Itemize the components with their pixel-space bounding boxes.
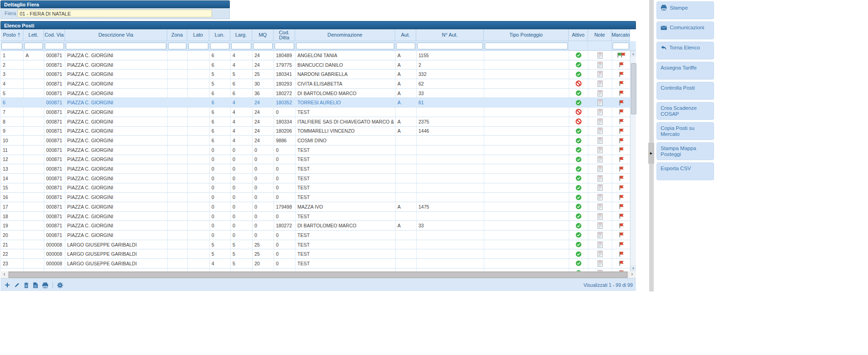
sidebar-button-torna-elenco[interactable]: Torna Elenco: [656, 42, 714, 59]
flag-icon[interactable]: [619, 100, 624, 106]
flag-icon[interactable]: [619, 156, 624, 162]
note-icon[interactable]: [598, 71, 603, 77]
sidebar-button-stampe[interactable]: Stampe: [656, 1, 714, 19]
table-row[interactable]: 9000871PIAZZA C. GIORGINI6424180206TOMMA…: [1, 127, 636, 136]
filter-input-denominazione[interactable]: [296, 43, 394, 49]
scroll-left-button[interactable]: ‹: [0, 271, 8, 278]
horizontal-scrollbar[interactable]: ‹ ›: [0, 271, 636, 278]
flag-icon[interactable]: [619, 251, 624, 257]
settings-icon[interactable]: [57, 282, 63, 288]
filter-input-lato[interactable]: [188, 43, 208, 49]
note-icon[interactable]: [598, 204, 603, 210]
flag-icon[interactable]: [620, 52, 626, 58]
note-icon[interactable]: [598, 175, 603, 182]
table-row[interactable]: 8000871PIAZZA C. GIORGINI6424180334ITALF…: [1, 117, 636, 127]
delete-icon[interactable]: [24, 282, 29, 288]
filter-input-posto[interactable]: [1, 43, 22, 49]
filter-input-descrizione-via[interactable]: [66, 43, 166, 49]
print-icon[interactable]: [42, 282, 48, 288]
column-header-posto[interactable]: Posto: [0, 29, 23, 41]
note-icon[interactable]: [598, 251, 603, 257]
table-row[interactable]: 6000871PIAZZA C. GIORGINI6424180352TORRE…: [1, 98, 636, 108]
note-icon[interactable]: [598, 118, 603, 125]
filter-input-lun[interactable]: [210, 43, 229, 49]
note-icon[interactable]: [598, 109, 603, 115]
column-header-denominazione[interactable]: Denominazione: [295, 29, 395, 41]
column-header-lett[interactable]: Lett.: [23, 29, 44, 41]
table-row[interactable]: 13000871PIAZZA C. GIORGINI0000TEST: [1, 164, 636, 174]
filter-input-aut[interactable]: [396, 43, 415, 49]
flag-icon[interactable]: [619, 260, 624, 266]
table-row[interactable]: 4000871PIAZZA C. GIORGINI5630180293CIVIT…: [1, 79, 636, 89]
sidebar-button-controlla-posti[interactable]: Controlla Posti: [656, 82, 714, 100]
note-icon[interactable]: [598, 90, 603, 97]
flag-icon[interactable]: [619, 138, 624, 144]
note-icon[interactable]: [598, 128, 603, 134]
sidebar-button-stampa-mappa-posteggi[interactable]: Stampa Mappa Posteggi: [656, 142, 714, 160]
vertical-scrollbar[interactable]: ▲ ▼: [630, 51, 636, 271]
flag-icon[interactable]: [619, 118, 624, 124]
flag-icon[interactable]: [619, 223, 624, 229]
flag-icon[interactable]: [619, 242, 624, 247]
note-icon[interactable]: [598, 194, 603, 200]
note-icon[interactable]: [598, 222, 603, 229]
table-row[interactable]: 14000871PIAZZA C. GIORGINI0000TEST: [1, 174, 636, 183]
sidebar-button-assegna-tariffe[interactable]: Assegna Tariffe: [656, 62, 714, 80]
add-icon[interactable]: [5, 282, 10, 288]
table-row[interactable]: 10000871PIAZZA C. GIORGINI64249886COSMI …: [1, 136, 636, 145]
flag-icon[interactable]: [619, 213, 624, 219]
note-icon[interactable]: [598, 99, 603, 106]
scroll-up-button[interactable]: ▲: [630, 51, 636, 57]
flag-icon[interactable]: [619, 185, 624, 191]
column-header-zona[interactable]: Zona: [167, 29, 187, 41]
flag-icon[interactable]: [619, 109, 624, 115]
note-icon[interactable]: [598, 81, 603, 87]
note-icon[interactable]: [598, 184, 603, 191]
table-row[interactable]: 23000008LARGO GIUSEPPE GARIBALDI45200TES…: [1, 259, 636, 269]
flag-icon[interactable]: [619, 204, 624, 210]
column-header-attivo[interactable]: Attivo: [569, 29, 588, 41]
table-row[interactable]: 15000871PIAZZA C. GIORGINI0000TEST: [1, 183, 636, 193]
column-header-tipo-posteggio[interactable]: Tipo Posteggio: [484, 29, 569, 41]
column-header-note[interactable]: Note: [588, 29, 612, 41]
column-header-aut[interactable]: Aut.: [395, 29, 416, 41]
fiera-input[interactable]: [17, 10, 212, 17]
column-header-lun[interactable]: Lun.: [209, 29, 230, 41]
sidebar-button-esporta-csv[interactable]: Esporta CSV: [656, 162, 714, 180]
flag-icon[interactable]: [619, 62, 624, 68]
flag-icon[interactable]: [619, 175, 624, 181]
vertical-scrollbar-thumb[interactable]: [631, 63, 636, 114]
table-row[interactable]: 11000871PIAZZA C. GIORGINI0000TEST: [1, 145, 636, 155]
note-icon[interactable]: [598, 62, 603, 68]
filter-input-cod-via[interactable]: [45, 43, 64, 49]
sidebar-button-comunicazioni[interactable]: Comunicazioni: [656, 22, 714, 39]
filter-input-tipo-posteggio[interactable]: [485, 43, 568, 49]
table-row[interactable]: 21000008LARGO GIUSEPPE GARIBALDI55250TES…: [1, 240, 636, 250]
filter-input-mq[interactable]: [253, 43, 273, 49]
filter-input-cod-ditta[interactable]: [275, 43, 294, 49]
filter-input-n-aut[interactable]: [417, 43, 483, 49]
sidebar-button-copia-posti-su-mercato[interactable]: Copia Posti su Mercato: [656, 122, 714, 140]
note-icon[interactable]: [598, 242, 603, 248]
edit-icon[interactable]: [14, 282, 20, 288]
table-row[interactable]: 7000871PIAZZA C. GIORGINI64240TEST: [1, 108, 636, 117]
note-icon[interactable]: [598, 156, 603, 162]
note-icon[interactable]: [598, 137, 603, 144]
flag-icon[interactable]: [619, 71, 624, 77]
collapse-sidebar-handle[interactable]: ►: [648, 143, 654, 164]
table-row[interactable]: 5000871PIAZZA C. GIORGINI6636180272DI BA…: [1, 89, 636, 98]
table-row[interactable]: 12000871PIAZZA C. GIORGINI0000TEST: [1, 155, 636, 165]
column-header-descrizione-via[interactable]: Descrizione Via: [65, 29, 167, 41]
note-icon[interactable]: [598, 52, 603, 59]
column-header-n-aut[interactable]: N° Aut.: [416, 29, 484, 41]
column-header-cod-via[interactable]: Cod. Via: [44, 29, 65, 41]
flag-icon[interactable]: [619, 194, 624, 200]
flag-icon[interactable]: [619, 147, 624, 153]
export-icon[interactable]: [33, 282, 38, 288]
horizontal-scrollbar-thumb[interactable]: [9, 272, 627, 278]
table-row[interactable]: 19000871PIAZZA C. GIORGINI000180272DI BA…: [1, 221, 636, 231]
scroll-right-button[interactable]: ›: [628, 271, 636, 278]
sidebar-button-crea-scadenze-cosap[interactable]: Crea Scadenze COSAP: [656, 102, 714, 120]
table-row[interactable]: 20000871PIAZZA C. GIORGINI0000TEST: [1, 231, 636, 240]
flag-icon[interactable]: [619, 166, 624, 172]
